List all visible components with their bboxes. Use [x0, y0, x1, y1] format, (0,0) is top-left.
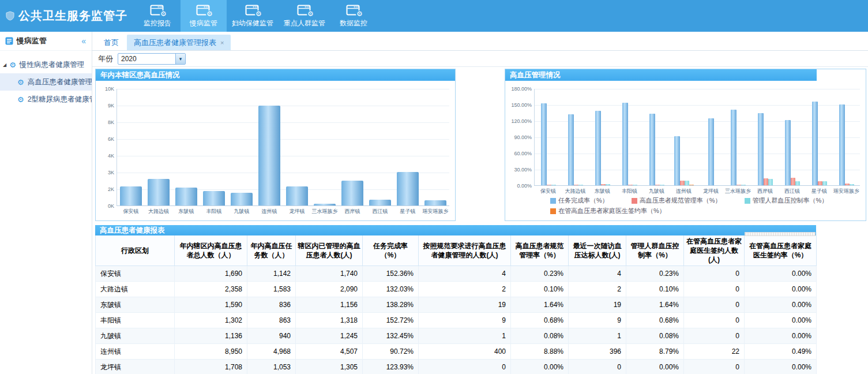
value-cell: 138.28% — [363, 297, 419, 313]
bar-slot — [145, 89, 172, 205]
value-cell: 1.64% — [511, 297, 569, 313]
value-cell: 0.00% — [745, 297, 817, 313]
value-cell: 0.00% — [511, 360, 569, 374]
x-axis-label: 西江镇 — [373, 208, 388, 215]
tree-node[interactable]: ◢⚙慢性病患者健康管理 — [0, 56, 92, 73]
x-axis-label: 保安镇 — [540, 188, 556, 195]
collapse-sidebar-icon[interactable]: « — [80, 36, 87, 46]
bar — [768, 179, 773, 185]
value-cell: 8.88% — [511, 344, 569, 360]
value-cell: 0.00% — [745, 360, 817, 374]
bar — [547, 185, 551, 185]
y-axis-label: 4K — [108, 153, 114, 159]
tree-expander-icon[interactable]: ◢ — [3, 62, 6, 68]
nav-item-label: 慢病监管 — [190, 18, 217, 28]
value-cell: 0.00% — [745, 313, 817, 328]
chart-body: 10K9K8K6K4K3K2K0K保安镇大路边镇东陂镇丰阳镇九陂镇连州镇龙坪镇三… — [96, 81, 455, 220]
nav-item[interactable]: ⚙妇幼保健监管 — [227, 0, 279, 32]
bar — [397, 172, 419, 205]
bar-slot — [394, 89, 422, 205]
bar — [595, 111, 601, 185]
x-axis-label: 瑶安瑶族乡 — [423, 208, 449, 215]
region-cell: 丰阳镇 — [96, 313, 175, 328]
horizontal-scrollbar[interactable] — [745, 232, 816, 236]
bar — [795, 181, 800, 185]
legend-item: 在管高血压患者家庭医生签约率（%） — [550, 207, 666, 215]
column-header: 行政区划 — [96, 235, 175, 266]
value-cell: 0.68% — [511, 313, 569, 328]
value-cell: 1 — [569, 328, 626, 344]
legend-swatch-icon — [632, 198, 637, 204]
value-cell: 1,690 — [175, 266, 247, 282]
chart-panel-hypertension-cases: 年内本辖区患高血压情况 10K9K8K6K4K3K2K0K保安镇大路边镇东陂镇丰… — [95, 69, 456, 221]
value-cell: 9 — [419, 313, 511, 328]
year-label: 年份 — [98, 54, 113, 64]
bar-group — [643, 89, 670, 185]
value-cell: 0 — [419, 360, 511, 374]
bar — [203, 191, 225, 205]
report-table: 行政区划年内辖区内高血压患者总人数（人）年内高血压任务数（人）辖区内已管理的高血… — [95, 235, 817, 374]
column-header: 在管高血压患者家庭医生签约率（%） — [745, 235, 817, 266]
column-header: 在管高血压患者家庭医生签约人数(人) — [684, 235, 745, 266]
value-cell: 0.23% — [626, 266, 684, 282]
value-cell: 836 — [247, 297, 296, 313]
nav-item[interactable]: ⚙重点人群监管 — [279, 0, 330, 32]
bar — [622, 103, 628, 185]
region-cell: 连州镇 — [96, 344, 175, 360]
nav-item[interactable]: ⚙监控报告 — [134, 0, 181, 32]
chart-body: 180.00%150.00%120.00%90.00%60.00%30.00%0… — [505, 81, 866, 220]
bar — [689, 185, 694, 185]
window-gear-icon: ⚙ — [150, 5, 165, 17]
nav-item-label: 数据监控 — [340, 18, 367, 28]
column-header: 高血压患者规范管理率（%） — [511, 235, 569, 266]
tree-node[interactable]: ⚙2型糖尿病患者健康管理报表 — [0, 91, 92, 108]
column-header: 年内高血压任务数（人） — [247, 235, 296, 266]
value-cell: 0.49% — [745, 344, 817, 360]
nav-item[interactable]: ⚙数据监控 — [330, 0, 377, 32]
gear-icon: ⚙ — [206, 10, 213, 18]
tree-node[interactable]: ⚙高血压患者健康管理报表 — [0, 73, 92, 91]
bar — [369, 200, 391, 205]
bar — [633, 185, 637, 185]
bar — [850, 184, 854, 185]
sidebar-title: 慢病监管 — [17, 36, 80, 46]
year-select[interactable]: 2020 ▾ — [118, 53, 186, 65]
bar — [606, 184, 610, 185]
value-cell: 1,740 — [296, 266, 363, 282]
x-axis-label: 东陂镇 — [595, 188, 610, 195]
x-axis-label: 西岸镇 — [345, 208, 360, 215]
filter-bar: 年份 2020 ▾ — [92, 51, 868, 67]
bar — [175, 188, 197, 205]
value-cell: 4 — [569, 266, 626, 282]
tab-close-icon[interactable]: × — [220, 39, 224, 46]
main-content: 首页高血压患者健康管理报表× 年份 2020 ▾ 年内本辖区患高血压情况 10K… — [92, 32, 868, 374]
value-cell: 0 — [684, 360, 745, 374]
legend-label: 管理人群血压控制率（%） — [753, 196, 828, 205]
tab[interactable]: 高血压患者健康管理报表× — [127, 35, 231, 50]
window-gear-icon: ⚙ — [196, 5, 211, 17]
report-table-panel: 高血压患者健康报表 行政区划年内辖区内高血压患者总人数（人）年内高血压任务数（人… — [95, 225, 816, 374]
bar — [601, 184, 606, 185]
value-cell: 2,090 — [296, 282, 363, 297]
bar — [822, 181, 827, 185]
bar — [568, 114, 574, 185]
value-cell: 0 — [684, 328, 745, 344]
value-cell: 1,708 — [175, 360, 247, 374]
value-cell: 19 — [419, 297, 511, 313]
x-axis-label: 大路边镇 — [565, 188, 586, 195]
value-cell: 152.72% — [363, 313, 419, 328]
bar-slot — [366, 89, 394, 205]
bar — [812, 102, 818, 185]
bar-slot — [117, 89, 145, 205]
tab[interactable]: 首页 — [97, 35, 126, 50]
value-cell: 9 — [569, 313, 626, 328]
value-cell: 1,302 — [175, 313, 247, 328]
bar — [314, 204, 336, 205]
value-cell: 396 — [569, 344, 626, 360]
gear-icon: ⚙ — [255, 10, 262, 18]
select-arrow-icon[interactable]: ▾ — [175, 54, 185, 64]
value-cell: 0.00% — [745, 282, 817, 297]
value-cell: 1,156 — [296, 297, 363, 313]
nav-item[interactable]: ⚙慢病监管 — [181, 0, 227, 32]
bar-group — [724, 89, 751, 185]
